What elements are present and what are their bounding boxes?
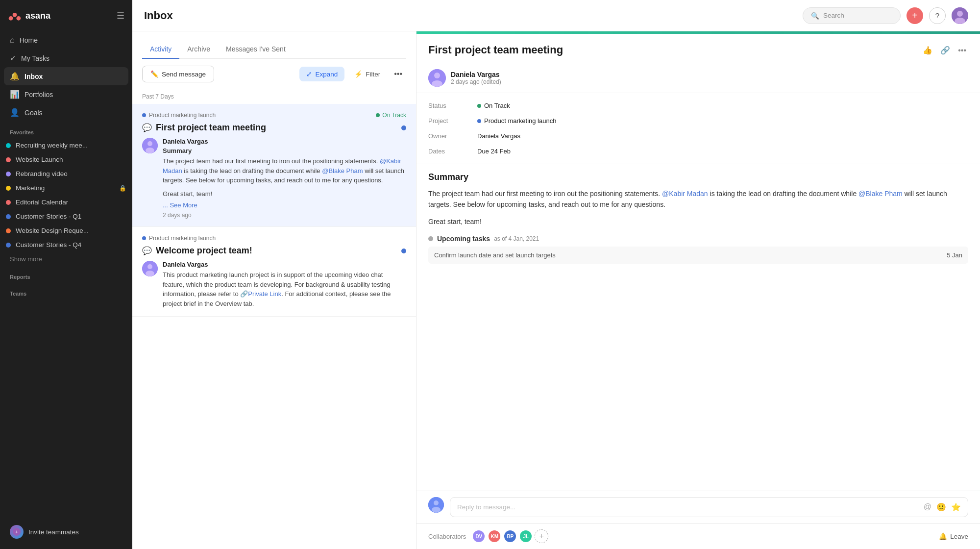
svg-point-19 — [432, 507, 441, 513]
detail-panel: First project team meeting 👍 🔗 ••• Danie… — [416, 31, 980, 549]
item-time: 2 days ago — [163, 212, 406, 219]
leave-button[interactable]: 🔔 Leave — [939, 532, 968, 540]
teams-label: Teams — [0, 283, 132, 299]
sidebar-item-inbox[interactable]: 🔔 Inbox — [4, 67, 128, 85]
item-text: The project team had our first meeting t… — [163, 156, 406, 185]
add-button[interactable]: + — [906, 7, 923, 24]
favorite-item-customer-q1[interactable]: Customer Stories - Q1 — [0, 209, 132, 224]
sidebar-item-goals[interactable]: 👤 Goals — [4, 103, 128, 122]
search-bar[interactable]: 🔍 Search — [803, 7, 901, 24]
item2-title-text: Welcome project team! — [156, 246, 252, 256]
pencil-icon: ✏️ — [150, 70, 159, 78]
svg-point-15 — [434, 73, 440, 78]
like-button[interactable]: 👍 — [921, 44, 934, 57]
page-title: Inbox — [144, 9, 173, 22]
item2-body: Daniela Vargas This product marketing la… — [142, 261, 406, 308]
dates-meta-value: Due 24 Feb — [477, 147, 968, 156]
filter-button[interactable]: ⚡ Filter — [349, 67, 385, 81]
emoji-star-icon[interactable]: ⭐ — [951, 502, 961, 512]
mention-kabir[interactable]: @Kabir Madan — [163, 157, 401, 175]
item-extra-text: Great start, team! — [163, 189, 406, 199]
detail-extra-text: Great start, team! — [428, 216, 968, 227]
emoji-smile-icon[interactable]: 🙂 — [936, 502, 946, 512]
tab-messages-sent[interactable]: Messages I've Sent — [218, 40, 294, 59]
topbar-right: 🔍 Search + ? — [803, 7, 968, 24]
emoji-mention-icon[interactable]: @ — [924, 502, 931, 512]
inbox-item-welcome-team[interactable]: Product marketing launch 💬 Welcome proje… — [132, 227, 416, 317]
favorite-label-rebranding: Rebranding video — [16, 170, 68, 177]
item-title-text: First project team meeting — [156, 123, 266, 133]
more-options-button[interactable]: ••• — [390, 68, 406, 80]
mention-blake[interactable]: @Blake Pham — [322, 167, 363, 175]
item2-text: This product marketing launch project is… — [163, 270, 406, 308]
topbar: Inbox 🔍 Search + ? — [132, 0, 980, 31]
collaborators-label: Collaborators — [428, 533, 466, 540]
reply-placeholder: Reply to message... — [457, 503, 515, 511]
inbox-list: Past 7 Days Product marketing launch On … — [132, 89, 416, 549]
favorite-label-website-launch: Website Launch — [16, 156, 63, 163]
favorite-item-marketing[interactable]: Marketing 🔒 — [0, 181, 132, 195]
sidebar-item-my-tasks-label: My Tasks — [21, 54, 49, 62]
inbox-panel: Activity Archive Messages I've Sent ✏️ S… — [132, 31, 416, 549]
detail-mention-blake[interactable]: @Blake Pham — [858, 190, 903, 198]
filter-icon: ⚡ — [354, 70, 363, 78]
sidebar-item-portfolios[interactable]: 📊 Portfolios — [4, 85, 128, 103]
favorite-item-customer-q4[interactable]: Customer Stories - Q4 — [0, 238, 132, 252]
expand-button[interactable]: ⤢ Expand — [299, 67, 344, 81]
unread-indicator — [401, 125, 406, 130]
chat-icon: 💬 — [142, 123, 152, 132]
favorite-dot-marketing — [6, 186, 11, 191]
favorite-item-website-launch[interactable]: Website Launch — [0, 152, 132, 167]
favorite-item-recruiting[interactable]: Recruiting weekly mee... — [0, 138, 132, 152]
invite-teammates-btn[interactable]: + Invite teammates — [4, 521, 128, 543]
send-message-button[interactable]: ✏️ Send message — [142, 66, 214, 82]
link-button[interactable]: 🔗 — [938, 44, 952, 57]
detail-more-button[interactable]: ••• — [956, 44, 968, 57]
inbox-header: Activity Archive Messages I've Sent — [132, 31, 416, 59]
see-more-link[interactable]: ... See More — [163, 201, 406, 209]
sender-name: Daniela Vargas — [451, 71, 501, 78]
favorite-item-rebranding[interactable]: Rebranding video — [0, 167, 132, 181]
reply-box[interactable]: Reply to message... @ 🙂 ⭐ — [450, 497, 968, 517]
user-avatar[interactable] — [952, 7, 968, 24]
goals-icon: 👤 — [10, 108, 20, 117]
collaborator-avatar-1: DV — [472, 529, 486, 543]
detail-actions: 👍 🔗 ••• — [921, 44, 968, 57]
topbar-left: Inbox — [144, 9, 173, 22]
inbox-item-first-meeting[interactable]: Product marketing launch On Track 💬 Firs… — [132, 104, 416, 227]
sidebar-item-home[interactable]: ⌂ Home — [4, 31, 128, 49]
help-button[interactable]: ? — [929, 7, 946, 24]
asana-logo[interactable]: asana — [8, 9, 50, 23]
favorite-item-website-design[interactable]: Website Design Reque... — [0, 224, 132, 238]
detail-sender-row: Daniela Vargas 2 days ago (edited) — [416, 63, 980, 93]
svg-point-13 — [146, 271, 154, 276]
svg-point-10 — [146, 148, 154, 153]
add-collaborator-button[interactable]: + — [535, 529, 548, 543]
status-dot-icon — [376, 113, 380, 117]
upcoming-tasks-header: Upcoming tasks as of 4 Jan, 2021 — [428, 235, 968, 243]
private-link[interactable]: 🔗Private Link — [240, 290, 281, 298]
collaborators-avatars: DV KM BP JL + — [472, 529, 548, 543]
content-area: Activity Archive Messages I've Sent ✏️ S… — [132, 31, 980, 549]
detail-footer: Collaborators DV KM BP JL + 🔔 Leave — [416, 523, 980, 549]
item2-title: 💬 Welcome project team! — [142, 246, 252, 256]
item-summary-label: Summary — [163, 147, 406, 154]
home-icon: ⌂ — [10, 36, 15, 45]
tab-activity[interactable]: Activity — [142, 40, 179, 59]
sidebar-header: asana ☰ — [0, 0, 132, 31]
task-preview-text: Confirm launch date and set launch targe… — [434, 251, 556, 259]
sidebar-collapse-btn[interactable]: ☰ — [117, 10, 124, 21]
invite-teammates-label: Invite teammates — [28, 528, 79, 536]
status-meta-value: On Track — [477, 101, 968, 110]
sidebar-item-my-tasks[interactable]: ✓ My Tasks — [4, 49, 128, 67]
collaborator-avatar-3: BP — [503, 529, 517, 543]
detail-mention-kabir[interactable]: @Kabir Madan — [662, 190, 708, 198]
favorite-dot-customer-q4 — [6, 243, 11, 248]
item-project-row: Product marketing launch On Track — [142, 112, 406, 119]
svg-point-12 — [147, 264, 152, 269]
bell-icon: 🔔 — [10, 72, 20, 81]
show-more-btn[interactable]: Show more — [0, 252, 132, 266]
tab-archive[interactable]: Archive — [179, 40, 218, 59]
status-meta-label: Status — [428, 101, 477, 110]
favorite-item-editorial[interactable]: Editorial Calendar — [0, 195, 132, 209]
